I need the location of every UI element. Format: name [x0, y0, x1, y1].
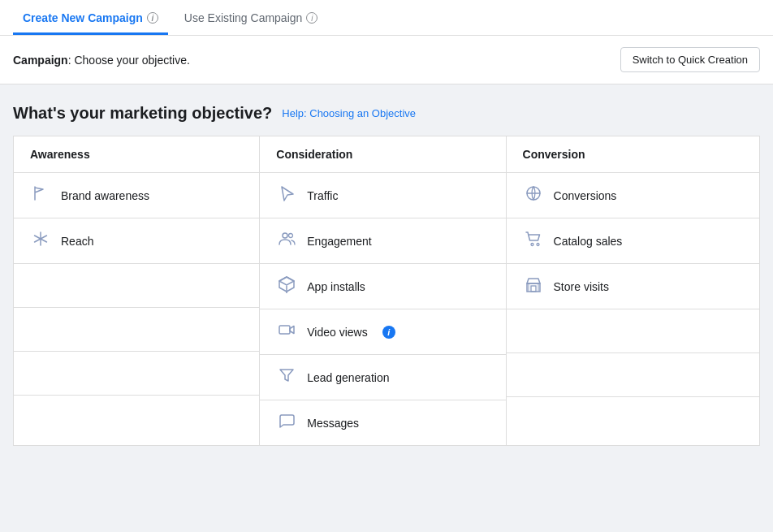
conversions-label: Conversions [554, 189, 617, 202]
chat-icon [276, 412, 297, 434]
tab-use-existing-label: Use Existing Campaign [184, 11, 303, 24]
cart-icon [523, 230, 544, 252]
traffic-label: Traffic [307, 189, 338, 202]
conversion-empty-2 [507, 353, 759, 397]
objective-messages[interactable]: Messages [260, 400, 505, 445]
app-installs-label: App installs [307, 280, 365, 293]
svg-point-8 [537, 244, 539, 246]
col-header-awareness: Awareness [14, 136, 260, 173]
tab-create-new-label: Create New Campaign [23, 11, 143, 24]
objective-app-installs[interactable]: App installs [260, 264, 505, 309]
objective-brand-awareness[interactable]: Brand awareness [14, 173, 259, 218]
tab-create-new-info-icon: i [147, 12, 158, 24]
messages-label: Messages [307, 417, 359, 430]
consideration-col: Traffic Engagement [260, 173, 506, 446]
awareness-empty-1 [14, 264, 259, 308]
lead-generation-label: Lead generation [307, 371, 389, 384]
store-icon [523, 275, 544, 297]
reach-label: Reach [61, 235, 93, 248]
tab-use-existing[interactable]: Use Existing Campaign i [175, 0, 328, 35]
svg-rect-11 [531, 286, 536, 292]
svg-point-4 [289, 234, 293, 238]
objective-catalog-sales[interactable]: Catalog sales [507, 218, 759, 264]
objective-conversions[interactable]: Conversions [507, 173, 759, 218]
campaign-label: Campaign [13, 54, 68, 67]
section-title-text: What's your marketing objective? [13, 104, 272, 123]
svg-rect-5 [279, 326, 290, 334]
objective-traffic[interactable]: Traffic [260, 173, 505, 218]
svg-point-3 [283, 233, 287, 238]
catalog-sales-label: Catalog sales [554, 235, 623, 248]
objective-table: Awareness Consideration Conversion Brand… [13, 136, 760, 446]
objective-video-views[interactable]: Video views i [260, 309, 505, 355]
objective-store-visits[interactable]: Store visits [507, 264, 759, 309]
asterisk-icon [30, 230, 51, 252]
table-row: Brand awareness Reach [14, 173, 760, 446]
help-link[interactable]: Help: Choosing an Objective [282, 107, 416, 119]
objective-lead-generation[interactable]: Lead generation [260, 355, 505, 400]
video-views-label: Video views [307, 326, 367, 339]
awareness-empty-4 [14, 396, 259, 439]
video-icon [276, 321, 297, 343]
people-icon [276, 230, 297, 252]
globe-icon [523, 184, 544, 206]
campaign-description: : Choose your objective. [68, 54, 190, 67]
campaign-header: Campaign: Choose your objective. Switch … [0, 36, 773, 84]
tab-use-existing-info-icon: i [306, 12, 317, 24]
store-visits-label: Store visits [554, 280, 609, 293]
flag-icon [30, 184, 51, 206]
brand-awareness-label: Brand awareness [61, 189, 149, 202]
objective-engagement[interactable]: Engagement [260, 218, 505, 264]
svg-point-7 [531, 244, 533, 246]
awareness-col: Brand awareness Reach [14, 173, 260, 446]
conversion-empty-1 [507, 309, 759, 353]
tab-bar: Create New Campaign i Use Existing Campa… [0, 0, 773, 36]
conversion-col: Conversions Catalog sales [506, 173, 759, 446]
campaign-header-text: Campaign: Choose your objective. [13, 54, 190, 67]
awareness-empty-3 [14, 352, 259, 396]
cursor-icon [276, 184, 297, 206]
section-title-row: What's your marketing objective? Help: C… [13, 104, 760, 123]
objective-section: What's your marketing objective? Help: C… [0, 84, 773, 446]
col-header-conversion: Conversion [506, 136, 759, 173]
funnel-icon [276, 366, 297, 388]
switch-to-quick-creation-button[interactable]: Switch to Quick Creation [620, 47, 760, 72]
conversion-empty-3 [507, 397, 759, 441]
engagement-label: Engagement [307, 235, 371, 248]
tab-create-new[interactable]: Create New Campaign i [13, 0, 168, 35]
video-views-info-badge: i [382, 326, 395, 339]
col-header-consideration: Consideration [260, 136, 506, 173]
objective-reach[interactable]: Reach [14, 218, 259, 264]
awareness-empty-2 [14, 308, 259, 352]
box-icon [276, 275, 297, 297]
